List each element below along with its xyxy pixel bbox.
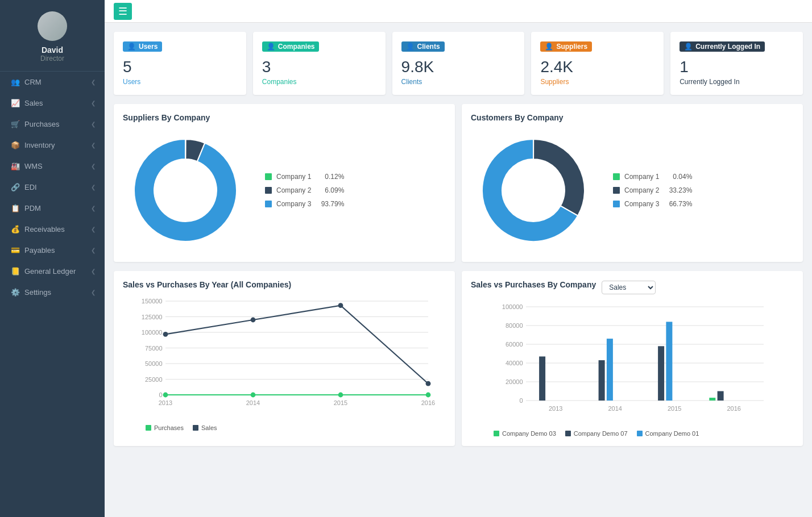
- legend-item-2: Company 3 93.79%: [265, 200, 344, 208]
- sidebar-item-receivables[interactable]: 💰 Receivables ❮: [0, 219, 105, 240]
- nav-chevron-3: ❮: [91, 142, 96, 148]
- legend-color-0: [265, 173, 272, 180]
- legend-pct-1: 33.23%: [664, 186, 692, 194]
- svg-text:75000: 75000: [145, 344, 163, 351]
- stat-badge-icon-2: 👤: [406, 43, 415, 51]
- nav-chevron-8: ❮: [91, 247, 96, 253]
- svg-text:2016: 2016: [421, 399, 435, 406]
- nav-label-8: Payables: [24, 246, 55, 255]
- legend-pct-2: 66.73%: [664, 200, 692, 208]
- bar-chart-title: Sales vs Purchases By Company: [471, 280, 596, 289]
- sidebar-item-wms[interactable]: 🏭 WMS ❮: [0, 156, 105, 177]
- svg-text:20000: 20000: [506, 378, 523, 385]
- sidebar-item-settings[interactable]: ⚙️ Settings ❮: [0, 282, 105, 303]
- stat-badge-4: 👤 Currently Logged In: [680, 41, 765, 52]
- bar-leg-label-1: Company Demo 07: [574, 430, 628, 437]
- line-chart-title: Sales vs Purchases By Year (All Companie…: [123, 280, 446, 289]
- sidebar-item-inventory[interactable]: 📦 Inventory ❮: [0, 135, 105, 156]
- customers-chart-title: Customers By Company: [471, 113, 794, 122]
- legend-item-1: Company 2 33.23%: [613, 186, 692, 194]
- main-content: ☰ 👤 Users 5 Users 👤 Companies 3 Companie…: [105, 0, 812, 517]
- line-chart-svg: 0250005000075000100000125000150000201320…: [123, 295, 446, 420]
- nav-chevron-9: ❮: [91, 268, 96, 274]
- svg-text:100000: 100000: [142, 329, 163, 336]
- nav-icon-3: 📦: [11, 141, 20, 149]
- legend-color-1: [613, 187, 620, 194]
- bar-leg-dot-0: [494, 431, 499, 436]
- legend-item-0: Company 1 0.04%: [613, 173, 692, 181]
- stat-number-3: 2.4K: [540, 57, 654, 77]
- sidebar-item-edi[interactable]: 🔗 EDI ❮: [0, 177, 105, 198]
- svg-text:0: 0: [159, 391, 162, 398]
- legend-color-2: [613, 201, 620, 207]
- legend-pct-1: 6.09%: [316, 186, 344, 194]
- nav-label-2: Purchases: [24, 120, 59, 128]
- svg-rect-38: [539, 356, 545, 401]
- nav-chevron-6: ❮: [91, 205, 96, 211]
- line-legend-item-0: Purchases: [146, 424, 184, 431]
- stat-card-2: 👤 Clients 9.8K Clients: [392, 32, 525, 95]
- sidebar: David Director 👥 CRM ❮ 📈 Sales ❮ 🛒 Purch…: [0, 0, 105, 517]
- stat-badge-2: 👤 Clients: [401, 41, 445, 52]
- stat-number-0: 5: [123, 57, 237, 77]
- user-role: Director: [40, 55, 64, 62]
- svg-text:125000: 125000: [142, 313, 163, 320]
- legend-item-0: Company 1 0.12%: [265, 173, 344, 181]
- svg-text:2013: 2013: [159, 399, 172, 406]
- svg-rect-40: [599, 360, 605, 401]
- stat-badge-icon-0: 👤: [127, 43, 136, 51]
- line-leg-dot-1: [193, 425, 198, 431]
- line-leg-dot-0: [146, 425, 151, 431]
- suppliers-chart-card: Suppliers By Company Company 1 0.12% Com…: [114, 104, 455, 262]
- nav-icon-1: 📈: [11, 99, 20, 107]
- nav-chevron-5: ❮: [91, 184, 96, 190]
- nav-icon-7: 💰: [11, 225, 20, 234]
- sidebar-item-sales[interactable]: 📈 Sales ❮: [0, 93, 105, 114]
- svg-text:60000: 60000: [506, 341, 523, 348]
- svg-rect-41: [607, 339, 613, 401]
- bar-chart-select[interactable]: Sales Purchases: [602, 281, 656, 294]
- suppliers-legend: Company 1 0.12% Company 2 6.09% Company …: [265, 173, 344, 208]
- sidebar-item-general-ledger[interactable]: 📒 General Ledger ❮: [0, 261, 105, 282]
- line-chart-area: 0250005000075000100000125000150000201320…: [123, 295, 446, 420]
- sidebar-item-payables[interactable]: 💳 Payables ❮: [0, 240, 105, 261]
- menu-icon[interactable]: ☰: [114, 3, 132, 20]
- bar-legend-item-2: Company Demo 01: [637, 430, 699, 437]
- svg-text:25000: 25000: [145, 376, 163, 382]
- topbar: ☰: [105, 0, 812, 23]
- svg-text:2014: 2014: [246, 399, 260, 406]
- bar-leg-label-0: Company Demo 03: [502, 430, 556, 437]
- line-legend-item-1: Sales: [193, 424, 217, 431]
- legend-item-1: Company 2 6.09%: [265, 186, 344, 194]
- legend-label-0: Company 1: [276, 173, 311, 181]
- customers-legend: Company 1 0.04% Company 2 33.23% Company…: [613, 173, 692, 208]
- nav-label-4: WMS: [24, 162, 43, 170]
- stat-badge-icon-3: 👤: [545, 43, 553, 51]
- svg-text:2015: 2015: [334, 399, 347, 406]
- svg-rect-44: [666, 322, 672, 401]
- svg-text:2013: 2013: [549, 405, 562, 411]
- stat-label-0: Users: [123, 78, 237, 86]
- svg-text:2014: 2014: [608, 405, 622, 411]
- svg-point-24: [338, 392, 343, 397]
- stat-badge-icon-1: 👤: [267, 43, 275, 51]
- svg-point-22: [163, 392, 168, 397]
- legend-pct-0: 0.12%: [316, 173, 344, 181]
- bar-chart-title-row: Sales vs Purchases By Company Sales Purc…: [471, 280, 794, 295]
- stat-label-2: Clients: [401, 78, 516, 86]
- svg-point-19: [251, 317, 256, 322]
- nav-icon-5: 🔗: [11, 183, 20, 191]
- bar-leg-dot-1: [565, 431, 571, 436]
- bar-chart-legend: Company Demo 03Company Demo 07Company De…: [471, 430, 794, 437]
- nav-chevron-4: ❮: [91, 163, 96, 169]
- sidebar-item-purchases[interactable]: 🛒 Purchases ❮: [0, 114, 105, 135]
- svg-rect-46: [709, 398, 715, 401]
- stat-label-4: Currently Logged In: [680, 78, 794, 86]
- sidebar-item-crm[interactable]: 👥 CRM ❮: [0, 72, 105, 93]
- avatar: [38, 11, 67, 41]
- svg-point-23: [251, 392, 256, 397]
- sidebar-item-pdm[interactable]: 📋 PDM ❮: [0, 198, 105, 219]
- bar-chart-svg: 0200004000060000800001000002013201420152…: [471, 301, 794, 426]
- bar-leg-label-2: Company Demo 01: [645, 430, 699, 437]
- nav-label-3: Inventory: [24, 141, 55, 149]
